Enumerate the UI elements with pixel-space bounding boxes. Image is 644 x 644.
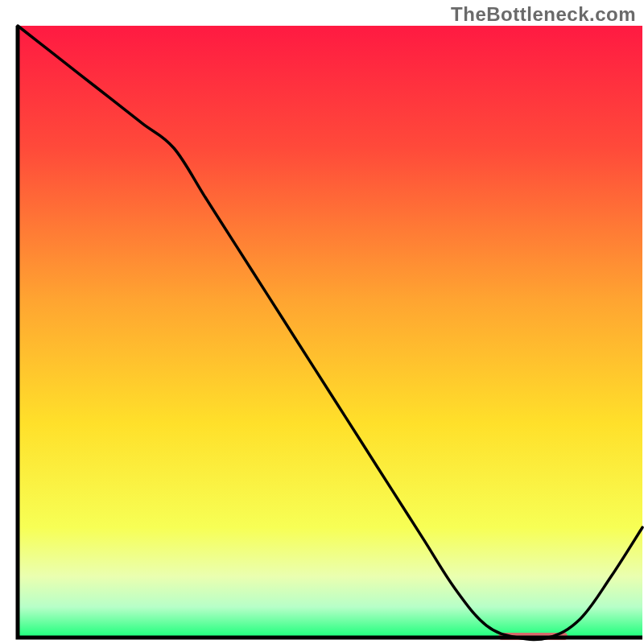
bottleneck-chart	[0, 0, 644, 644]
gradient-background	[18, 26, 642, 638]
chart-container: { "watermark": "TheBottleneck.com", "cha…	[0, 0, 644, 644]
